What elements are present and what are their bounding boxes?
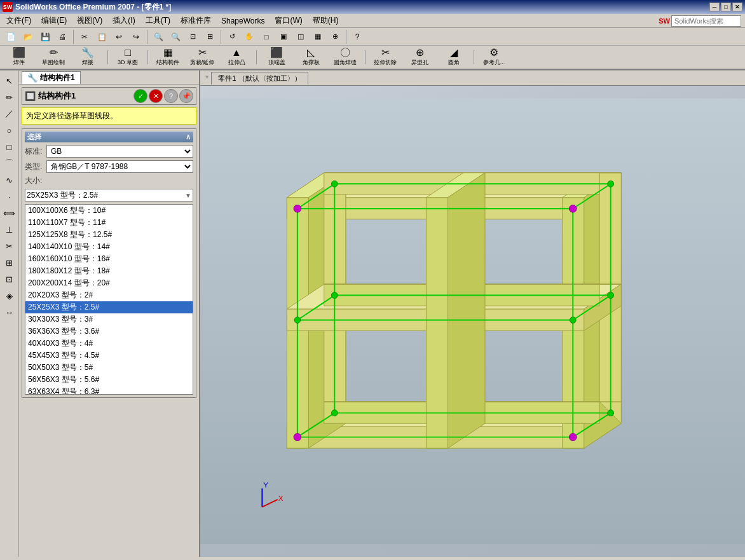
weld-btn-trim[interactable]: ✂ 剪裁/延伸 — [186, 46, 219, 68]
tb-zoom-area[interactable]: ⊞ — [202, 29, 218, 44]
weld-btn-assembly[interactable]: ⬛ 焊件 — [3, 46, 36, 68]
selection-header[interactable]: 选择 ∧ — [25, 132, 193, 142]
size-option-1[interactable]: 110X110X7 型号：11# — [25, 217, 193, 229]
help-button[interactable]: ? — [164, 89, 178, 103]
struct-title-bar: 🔲 结构构件1 ✓ ✕ ? 📌 — [22, 87, 196, 105]
weld-btn-sketch[interactable]: ✏ 草图绘制 — [37, 46, 70, 68]
size-option-7[interactable]: 20X20X3 型号：2# — [25, 289, 193, 301]
menu-edit[interactable]: 编辑(E) — [36, 14, 72, 27]
tb-view4[interactable]: ⊕ — [327, 29, 343, 44]
sidebar-point[interactable]: · — [2, 189, 17, 204]
tb-open[interactable]: 📂 — [20, 29, 36, 44]
sidebar-spline[interactable]: ∿ — [2, 172, 17, 188]
sidebar-sketch[interactable]: ✏ — [2, 90, 17, 105]
tb-new[interactable]: 📄 — [3, 29, 19, 44]
frame-svg: Y X — [200, 86, 745, 557]
weld-btn-gusset[interactable]: ◺ 角撑板 — [294, 46, 327, 68]
menu-window[interactable]: 窗口(W) — [270, 14, 307, 27]
size-option-6[interactable]: 200X200X14 型号：20# — [25, 277, 193, 289]
menu-library[interactable]: 标准件库 — [175, 14, 216, 27]
weld-btn-hole[interactable]: ⊕ 异型孔 — [403, 46, 436, 68]
struct-title-content: 🔲 结构构件1 — [25, 90, 76, 102]
menu-tools[interactable]: 工具(T) — [140, 14, 175, 27]
confirm-button[interactable]: ✓ — [133, 89, 147, 103]
sidebar-trim2[interactable]: ✂ — [2, 238, 17, 254]
weld-sep — [107, 50, 108, 64]
weld-btn-endcap[interactable]: ⬛ 顶端盖 — [260, 46, 293, 68]
size-display[interactable]: 25X25X3 型号：2.5# ▼ — [25, 189, 193, 201]
size-option-8[interactable]: 25X25X3 型号：2.5# — [25, 301, 193, 313]
size-option-0[interactable]: 100X100X6 型号：10# — [25, 205, 193, 217]
tb-zoom-in[interactable]: 🔍 — [150, 29, 167, 44]
tb-view3[interactable]: ▦ — [310, 29, 326, 44]
tb-save[interactable]: 💾 — [37, 29, 53, 44]
search-input[interactable] — [674, 17, 738, 25]
sidebar-dim[interactable]: ⟺ — [2, 205, 17, 221]
size-option-10[interactable]: 36X36X3 型号：3.6# — [25, 325, 193, 338]
size-option-9[interactable]: 30X30X3 型号：3# — [25, 313, 193, 325]
sidebar-circle[interactable]: ○ — [2, 123, 17, 138]
menu-help[interactable]: 帮助(H) — [308, 14, 344, 27]
menu-view[interactable]: 视图(V) — [72, 14, 107, 27]
tb-view2[interactable]: ◫ — [292, 29, 309, 44]
sidebar-rel[interactable]: ⊥ — [2, 222, 17, 237]
title-bar: SW SolidWorks Office Premium 2007 - [零件1… — [0, 0, 745, 14]
weld-btn-weld[interactable]: 🔧 焊接 — [71, 46, 104, 68]
svg-marker-24 — [426, 198, 448, 448]
sidebar-line[interactable]: ／ — [2, 106, 17, 121]
pin-button[interactable]: 📌 — [179, 89, 193, 103]
cut-icon: ✂ — [381, 48, 390, 58]
cancel-button[interactable]: ✕ — [149, 89, 163, 103]
tb-redo[interactable]: ↪ — [128, 29, 144, 44]
maximize-button[interactable]: □ — [721, 3, 731, 11]
viewport-tab-item[interactable]: 零件1 （默认〈按加工〉） — [211, 72, 308, 85]
tb-print[interactable]: 🖨 — [54, 29, 71, 44]
weld-btn-extrude[interactable]: ▲ 拉伸凸 — [220, 46, 253, 68]
tb-zoom-fit[interactable]: ⊡ — [184, 29, 201, 44]
size-option-2[interactable]: 125X125X8 型号：12.5# — [25, 229, 193, 241]
size-option-3[interactable]: 140X140X10 型号：14# — [25, 241, 193, 253]
standard-select[interactable]: GB — [46, 145, 193, 158]
weld-btn-3d-sketch[interactable]: □ 3D 草图 — [111, 46, 144, 68]
size-option-12[interactable]: 45X45X3 型号：4.5# — [25, 350, 193, 362]
size-option-13[interactable]: 50X50X3 型号：5# — [25, 362, 193, 374]
minimize-button[interactable]: ─ — [709, 3, 720, 11]
menu-shapeworks[interactable]: ShapeWorks — [216, 15, 270, 27]
menu-insert[interactable]: 插入(I) — [107, 14, 140, 27]
menu-file[interactable]: 文件(F) — [1, 14, 36, 27]
tb-rotate[interactable]: ↺ — [224, 29, 240, 44]
sidebar-mirror[interactable]: ⊞ — [2, 255, 17, 270]
size-option-15[interactable]: 63X63X4 型号：6.3# — [25, 386, 193, 395]
sidebar-rect[interactable]: □ — [2, 139, 17, 154]
tb-zoom-out[interactable]: 🔍 — [167, 29, 184, 44]
tb-undo[interactable]: ↩ — [111, 29, 127, 44]
weld-btn-struct[interactable]: ▦ 结构构件 — [151, 46, 184, 68]
toolbar-area: 📄 📂 💾 🖨 ✂ 📋 ↩ ↪ 🔍 🔍 ⊡ ⊞ ↺ ✋ □ ▣ ◫ ▦ ⊕ ? … — [0, 28, 745, 71]
tb-help[interactable]: ? — [349, 29, 366, 44]
sidebar-convert[interactable]: ↔ — [2, 304, 17, 320]
sidebar-3d[interactable]: ◈ — [2, 288, 17, 303]
viewport-canvas[interactable]: Y X — [200, 86, 745, 557]
size-dropdown-list[interactable]: 100X100X6 型号：10# 110X110X7 型号：11# 125X12… — [25, 204, 193, 395]
panel-tab-label: 结构构件1 — [40, 72, 75, 83]
tb-3d-view[interactable]: □ — [258, 29, 275, 44]
size-option-11[interactable]: 40X40X3 型号：4# — [25, 338, 193, 350]
size-option-5[interactable]: 180X180X12 型号：18# — [25, 265, 193, 277]
weld-btn-ref[interactable]: ⚙ 参考几... — [477, 46, 510, 68]
size-option-14[interactable]: 56X56X3 型号：5.6# — [25, 374, 193, 386]
tb-cut[interactable]: ✂ — [76, 29, 93, 44]
weld-btn-fillet-weld[interactable]: 〇 圆角焊缝 — [329, 46, 362, 68]
tb-view1[interactable]: ▣ — [275, 29, 292, 44]
fillet-label: 圆角 — [448, 58, 460, 67]
sidebar-arc[interactable]: ⌒ — [2, 156, 17, 171]
weld-btn-fillet[interactable]: ◢ 圆角 — [437, 46, 470, 68]
panel-tab[interactable]: 🔧 结构构件1 — [22, 71, 81, 84]
tb-copy[interactable]: 📋 — [93, 29, 110, 44]
size-option-4[interactable]: 160X160X10 型号：16# — [25, 253, 193, 265]
sidebar-select[interactable]: ↖ — [2, 73, 17, 88]
type-select[interactable]: 角钢GB／T 9787-1988 — [46, 160, 193, 173]
sidebar-offset[interactable]: ⊡ — [2, 271, 17, 287]
weld-btn-cut[interactable]: ✂ 拉伸切除 — [369, 46, 402, 68]
tb-pan[interactable]: ✋ — [241, 29, 257, 44]
close-button[interactable]: ✕ — [732, 3, 742, 11]
